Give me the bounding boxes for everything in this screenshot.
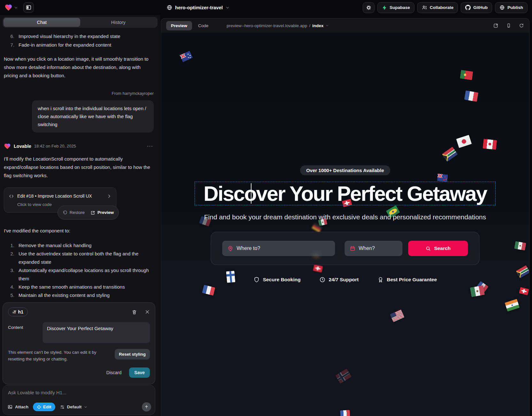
preview-panel: Preview Code preview--hero-optimizer-tra… xyxy=(161,18,529,416)
content-label: Content xyxy=(8,322,42,343)
discard-button[interactable]: Discard xyxy=(106,370,121,375)
assistant-list-top: 6.Improved visual hierarchy in the expan… xyxy=(4,32,156,49)
where-to-input[interactable]: Where to? xyxy=(222,241,335,256)
assistant-paragraph: I've modified the component to: xyxy=(4,227,156,235)
search-icon xyxy=(426,246,431,251)
content-textarea[interactable]: Discover Your Perfect Getaway xyxy=(42,322,150,343)
github-button[interactable]: GitHub xyxy=(461,2,492,13)
flag-norway-icon xyxy=(335,368,352,384)
assistant-paragraph: Now when you click on a location image, … xyxy=(4,55,156,80)
trash-icon[interactable] xyxy=(132,309,137,315)
save-button[interactable]: Save xyxy=(129,367,150,378)
preview-url[interactable]: preview--hero-optimizer-travel.lovable.a… xyxy=(227,23,329,28)
sidebar-toggle-button[interactable] xyxy=(23,2,34,13)
chevron-right-icon xyxy=(107,194,112,199)
chevron-down-icon xyxy=(84,405,88,409)
refresh-icon[interactable] xyxy=(519,23,524,28)
collaborate-button[interactable]: Collaborate xyxy=(417,2,458,13)
flag-japan-icon xyxy=(456,135,472,148)
open-external-icon[interactable] xyxy=(493,23,498,28)
flag-south-africa-icon xyxy=(442,147,458,162)
tab-code[interactable]: Code xyxy=(193,21,213,30)
user-message-bubble: when i scroll into the individual locati… xyxy=(32,100,154,132)
arrow-up-icon xyxy=(144,405,149,409)
element-tag-badge[interactable]: ᴛT h1 xyxy=(8,307,28,316)
tab-preview[interactable]: Preview xyxy=(166,21,192,30)
flag-france-icon xyxy=(464,90,478,102)
h1-selection-outline[interactable]: Discover Your Perfect Getaway xyxy=(195,182,496,205)
flag-new-zealand-icon xyxy=(437,174,448,182)
restore-button[interactable]: Restore xyxy=(63,208,85,217)
flag-australia-icon xyxy=(180,51,193,62)
chevron-down-icon xyxy=(225,5,230,10)
gear-icon xyxy=(366,5,372,11)
list-item: 6.Improved visual hierarchy in the expan… xyxy=(4,32,156,41)
feature-support: 24/7 Support xyxy=(319,276,359,283)
flag-india-icon xyxy=(505,299,520,312)
element-tag-label: h1 xyxy=(18,309,23,314)
restore-icon xyxy=(63,210,67,215)
edit-mode-button[interactable]: Edit xyxy=(33,403,55,411)
type-icon: ᴛT xyxy=(12,309,16,314)
settings-button[interactable] xyxy=(363,2,374,13)
version-actions: Restore Preview xyxy=(58,206,119,220)
project-switcher[interactable]: hero-optimizer-travel xyxy=(166,4,230,11)
assistant-message-header: Lovable 18:42 on Feb 20, 2025 ··· xyxy=(4,142,156,150)
flag-portugal-icon xyxy=(460,70,473,80)
top-bar: hero-optimizer-travel Supabase Collabora… xyxy=(0,0,532,15)
lovable-logo-heart-icon[interactable] xyxy=(4,4,12,11)
preview-toolbar: Preview Code preview--hero-optimizer-tra… xyxy=(161,19,529,33)
close-icon[interactable] xyxy=(145,309,150,314)
list-item: 5.Maintain all the existing content and … xyxy=(4,291,156,299)
shield-icon xyxy=(253,276,260,283)
message-timestamp: 18:42 on Feb 20, 2025 xyxy=(34,142,76,150)
users-icon xyxy=(422,5,427,10)
site-viewport: Over 1000+ Destinations Available Discov… xyxy=(161,33,529,416)
feature-best-price: Best Price Guarantee xyxy=(377,276,437,283)
publish-button[interactable]: Publish xyxy=(495,2,528,13)
supabase-button[interactable]: Supabase xyxy=(377,2,414,13)
map-pin-icon xyxy=(227,246,234,252)
chat-input[interactable] xyxy=(8,390,150,395)
list-item: 4.Keep the same smooth animations and tr… xyxy=(4,283,156,291)
element-editor-panel: ᴛT h1 Content Discover Your Perfect Geta… xyxy=(3,302,155,384)
when-input[interactable]: When? xyxy=(345,241,403,256)
chat-input-panel: Attach Edit Default xyxy=(3,385,155,415)
search-button[interactable]: Search xyxy=(408,241,468,256)
mobile-view-icon[interactable] xyxy=(506,23,511,28)
list-item: 3.Automatically expand/collapse location… xyxy=(4,266,156,283)
search-bar: Where to? When? Search xyxy=(211,232,480,265)
edit-version-card[interactable]: Edit #18 • Improve Location Scroll UX Cl… xyxy=(4,187,116,213)
external-link-icon xyxy=(90,210,95,215)
message-menu-icon[interactable]: ··· xyxy=(147,142,153,150)
code-icon xyxy=(9,193,14,199)
list-item: 2.Use the activeIndex state to control b… xyxy=(4,250,156,266)
feature-badges: Secure Booking 24/7 Support Best Price G… xyxy=(161,276,529,283)
text-caret xyxy=(251,183,251,204)
chat-sidebar: Chat History 6.Improved visual hierarchy… xyxy=(0,15,160,416)
chat-scroll-area[interactable]: 6.Improved visual hierarchy in the expan… xyxy=(0,29,160,301)
mode-select[interactable]: Default xyxy=(60,405,88,410)
chevron-down-icon[interactable] xyxy=(14,5,18,10)
send-button[interactable] xyxy=(142,402,151,412)
attach-button[interactable]: Attach xyxy=(7,404,28,410)
lovable-avatar xyxy=(4,143,11,150)
edit-card-title: Edit #18 • Improve Location Scroll UX xyxy=(17,192,104,200)
site-subtitle: Find and book your dream destination wit… xyxy=(161,213,529,221)
globe-icon xyxy=(499,5,505,10)
tab-chat[interactable]: Chat xyxy=(4,18,80,27)
site-title[interactable]: Discover Your Perfect Getaway xyxy=(204,182,487,206)
calendar-icon xyxy=(350,246,356,251)
flag-mexico-icon xyxy=(470,285,485,297)
styling-note: This element can't be styled. You can ed… xyxy=(8,349,110,362)
assistant-paragraph: I'll modify the LocationScroll component… xyxy=(4,155,156,180)
preview-version-button[interactable]: Preview xyxy=(90,208,114,217)
sliders-icon xyxy=(60,405,65,410)
project-name: hero-optimizer-travel xyxy=(175,5,223,10)
clock-icon xyxy=(319,276,326,283)
list-item: 7.Fade-in animation for the expanded con… xyxy=(4,41,156,49)
tab-history[interactable]: History xyxy=(80,18,157,27)
flag-france-icon xyxy=(202,285,215,296)
chevron-down-icon xyxy=(325,24,329,27)
reset-styling-button[interactable]: Reset styling xyxy=(115,349,150,359)
